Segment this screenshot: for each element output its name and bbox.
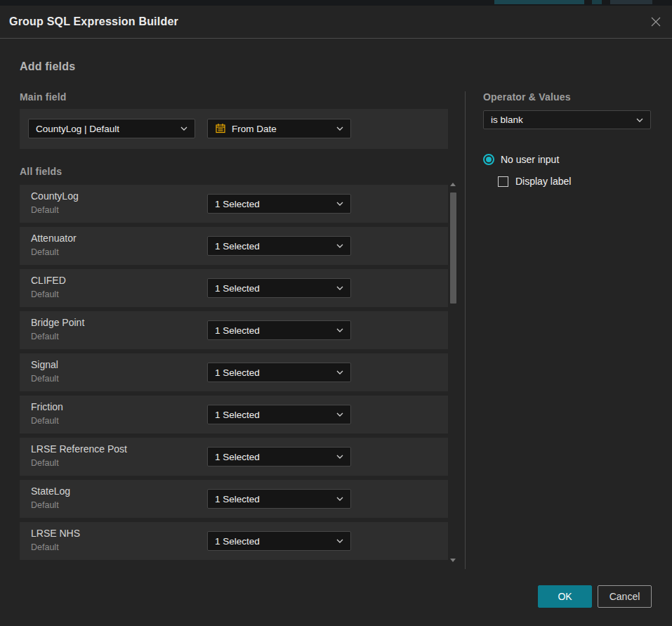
background-fragment — [494, 0, 584, 4]
group-sql-expression-builder-dialog: Group SQL Expression Builder Add fields … — [0, 6, 672, 626]
field-type: Default — [31, 247, 59, 257]
dialog-titlebar: Group SQL Expression Builder — [0, 6, 672, 39]
field-type: Default — [31, 289, 59, 299]
chevron-down-icon — [336, 497, 343, 501]
field-row: Bridge Point Default 1 Selected — [20, 311, 448, 349]
panel-divider — [465, 91, 466, 569]
field-name: CLIFED — [31, 275, 66, 286]
field-row: CountyLog Default 1 Selected — [20, 185, 448, 223]
main-field-panel: CountyLog | Default From Date — [20, 109, 448, 149]
selection-select[interactable]: 1 Selected — [207, 489, 351, 509]
field-type: Default — [31, 374, 59, 384]
display-label-option[interactable]: Display label — [498, 176, 571, 187]
field-name: StateLog — [31, 485, 70, 497]
field-row: LRSE Reference Post Default 1 Selected — [20, 438, 448, 476]
selection-value: 1 Selected — [215, 325, 260, 336]
background-fragment — [592, 0, 602, 4]
selection-select[interactable]: 1 Selected — [207, 531, 351, 551]
field-type: Default — [31, 416, 59, 426]
selection-value: 1 Selected — [215, 536, 260, 547]
chevron-down-icon — [336, 539, 343, 543]
cancel-button[interactable]: Cancel — [598, 585, 652, 608]
chevron-down-icon — [336, 412, 343, 417]
chevron-down-icon — [336, 328, 343, 332]
all-fields-list: CountyLog Default 1 Selected Attenuator … — [20, 185, 448, 564]
field-row: LRSE NHS Default 1 Selected — [20, 522, 448, 560]
field-type: Default — [31, 500, 59, 510]
all-fields-label: All fields — [20, 166, 62, 177]
field-row: Signal Default 1 Selected — [20, 353, 448, 391]
chevron-down-icon — [636, 118, 643, 122]
field-type: Default — [31, 332, 59, 341]
close-icon — [650, 16, 661, 30]
selection-value: 1 Selected — [215, 283, 260, 294]
scroll-down-icon[interactable] — [450, 559, 456, 562]
background-app-strip — [0, 0, 672, 6]
scroll-up-icon[interactable] — [450, 183, 456, 186]
field-name: CountyLog — [31, 190, 79, 202]
scroll-thumb[interactable] — [450, 193, 456, 304]
chevron-down-icon — [336, 244, 343, 248]
chevron-down-icon — [336, 455, 343, 459]
layer-select-value: CountyLog | Default — [36, 124, 119, 134]
field-row: Friction Default 1 Selected — [20, 396, 448, 433]
selection-select[interactable]: 1 Selected — [207, 447, 351, 467]
ok-button[interactable]: OK — [538, 585, 592, 608]
background-fragment — [610, 0, 652, 4]
chevron-down-icon — [180, 126, 187, 131]
selection-select[interactable]: 1 Selected — [207, 278, 351, 298]
calendar-icon — [215, 123, 226, 134]
radio-button-icon[interactable] — [483, 154, 494, 165]
selection-value: 1 Selected — [215, 452, 260, 462]
operator-select[interactable]: is blank — [483, 110, 651, 129]
field-select-value: From Date — [232, 124, 277, 134]
selection-value: 1 Selected — [215, 199, 260, 209]
field-name: LRSE NHS — [31, 528, 80, 539]
field-row: CLIFED Default 1 Selected — [20, 269, 448, 307]
no-user-input-label: No user input — [501, 154, 559, 165]
selection-select[interactable]: 1 Selected — [207, 320, 351, 340]
selection-select[interactable]: 1 Selected — [207, 363, 351, 382]
field-row: StateLog Default 1 Selected — [20, 480, 448, 518]
operator-values-heading: Operator & Values — [483, 91, 571, 103]
field-select[interactable]: From Date — [207, 119, 351, 138]
chevron-down-icon — [336, 286, 343, 290]
add-fields-heading: Add fields — [20, 60, 75, 73]
display-label-text: Display label — [515, 176, 571, 187]
chevron-down-icon — [336, 126, 343, 131]
selection-select[interactable]: 1 Selected — [207, 405, 351, 424]
dialog-title: Group SQL Expression Builder — [9, 6, 178, 38]
field-type: Default — [31, 542, 59, 552]
field-row: Attenuator Default 1 Selected — [20, 227, 448, 265]
no-user-input-option[interactable]: No user input — [483, 154, 559, 165]
selection-select[interactable]: 1 Selected — [207, 236, 351, 256]
selection-select[interactable]: 1 Selected — [207, 194, 351, 214]
chevron-down-icon — [336, 202, 343, 206]
chevron-down-icon — [336, 370, 343, 374]
field-name: LRSE Reference Post — [31, 443, 127, 455]
layer-select[interactable]: CountyLog | Default — [28, 119, 195, 138]
field-type: Default — [31, 205, 59, 215]
checkbox-icon[interactable] — [498, 176, 508, 187]
list-scrollbar[interactable] — [449, 183, 458, 562]
main-field-label: Main field — [20, 91, 67, 103]
selection-value: 1 Selected — [215, 494, 260, 504]
selection-value: 1 Selected — [215, 410, 260, 420]
field-name: Bridge Point — [31, 317, 84, 328]
operator-select-value: is blank — [491, 115, 523, 125]
field-type: Default — [31, 458, 59, 468]
close-button[interactable] — [648, 15, 664, 30]
selection-value: 1 Selected — [215, 241, 260, 252]
selection-value: 1 Selected — [215, 367, 260, 378]
field-name: Friction — [31, 401, 63, 412]
field-name: Attenuator — [31, 233, 77, 244]
field-name: Signal — [31, 359, 58, 370]
